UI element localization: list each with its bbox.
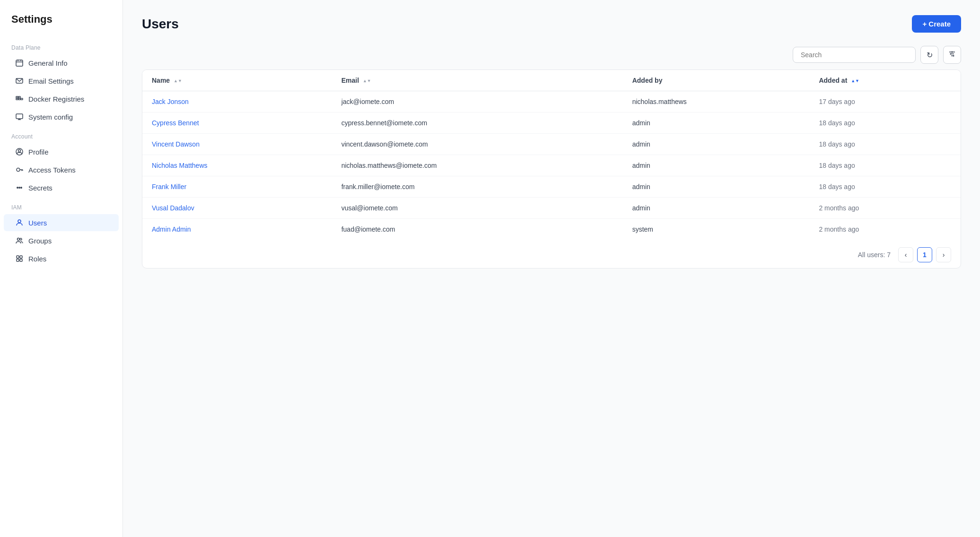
sidebar-item-access-tokens[interactable]: Access Tokens [4,161,119,178]
create-button[interactable]: + Create [912,15,961,33]
sidebar-item-general-info[interactable]: General Info [4,54,119,71]
column-added-by: Added by [623,70,810,91]
table-row: Jack Jonson jack@iomete.com nicholas.mat… [142,91,961,113]
users-table: Name ▲▼ Email ▲▼ Added by Added at ▲▼ [142,70,961,240]
user-circle-icon [15,147,24,156]
svg-point-15 [17,168,20,172]
svg-point-34 [953,55,954,57]
sort-icons-name: ▲▼ [174,79,182,83]
sidebar-item-roles[interactable]: Roles [4,250,119,267]
monitor-icon [15,113,24,121]
sidebar-item-groups[interactable]: Groups [4,232,119,249]
sidebar-item-profile[interactable]: Profile [4,143,119,160]
user-link[interactable]: Nicholas Matthews [152,162,208,169]
column-email[interactable]: Email ▲▼ [332,70,623,91]
sidebar-item-label: Access Tokens [28,166,76,174]
cell-added-by: nicholas.matthews [623,91,810,113]
svg-point-20 [19,187,20,188]
section-label-account: Account [0,126,122,143]
cell-added-at: 18 days ago [809,155,961,176]
sort-icons-added-at: ▲▼ [851,79,859,83]
cell-name[interactable]: Vusal Dadalov [142,198,332,219]
filter-icon [948,50,956,60]
filter-button[interactable] [943,46,961,64]
svg-rect-10 [16,114,23,119]
column-added-at[interactable]: Added at ▲▼ [809,70,961,91]
cell-email: jack@iomete.com [332,91,623,113]
secrets-icon [15,183,24,192]
user-link[interactable]: Frank Miller [152,183,186,191]
sidebar-item-label: Profile [28,148,49,156]
roles-icon [15,254,24,263]
svg-rect-6 [18,96,20,98]
cell-added-at: 18 days ago [809,176,961,198]
sidebar-item-label: Roles [28,255,46,263]
sidebar-item-users[interactable]: Users [4,214,119,231]
user-link[interactable]: Vusal Dadalov [152,204,194,212]
groups-icon [15,236,24,245]
refresh-icon: ↻ [927,51,933,60]
cell-added-at: 18 days ago [809,113,961,134]
cell-name[interactable]: Frank Miller [142,176,332,198]
cell-name[interactable]: Vincent Dawson [142,134,332,155]
table-toolbar: ↻ [142,46,961,64]
cell-added-at: 17 days ago [809,91,961,113]
cell-added-by: admin [623,198,810,219]
cell-name[interactable]: Admin Admin [142,219,332,240]
sidebar-item-label: Groups [28,237,52,245]
svg-rect-27 [17,259,19,261]
svg-point-23 [18,238,20,241]
user-link[interactable]: Admin Admin [152,225,191,233]
svg-rect-0 [16,60,23,66]
cell-name[interactable]: Jack Jonson [142,91,332,113]
user-link[interactable]: Jack Jonson [152,98,189,105]
sidebar-item-label: Secrets [28,184,52,192]
svg-point-24 [20,238,22,240]
svg-point-22 [18,220,21,223]
section-label-iam: IAM [0,197,122,214]
svg-point-32 [952,52,953,53]
user-link[interactable]: Vincent Dawson [152,140,200,148]
sidebar-item-label: Email Settings [28,77,74,85]
svg-rect-28 [20,259,22,261]
table-row: Vincent Dawson vincent.dawson@iomete.com… [142,134,961,155]
cell-email: vusal@iomete.com [332,198,623,219]
sidebar-item-docker-registries[interactable]: Docker Registries [4,90,119,107]
column-name[interactable]: Name ▲▼ [142,70,332,91]
svg-rect-25 [17,256,19,258]
cell-added-by: admin [623,155,810,176]
pagination-prev[interactable]: ‹ [898,247,913,262]
svg-point-19 [17,187,18,188]
cell-added-by: system [623,219,810,240]
sidebar-item-label: General Info [28,59,68,67]
svg-point-14 [18,150,21,152]
main-content: Users + Create ↻ [123,0,980,537]
mail-icon [15,77,24,85]
table-header-row: Name ▲▼ Email ▲▼ Added by Added at ▲▼ [142,70,961,91]
pagination-page-1[interactable]: 1 [917,247,932,262]
svg-point-33 [950,53,952,55]
refresh-button[interactable]: ↻ [920,46,938,64]
cell-added-at: 2 months ago [809,219,961,240]
user-icon [15,218,24,227]
pagination-total: All users: 7 [858,251,891,259]
cell-name[interactable]: Cypress Bennet [142,113,332,134]
sidebar-item-email-settings[interactable]: Email Settings [4,72,119,89]
sidebar-item-label: Docker Registries [28,95,84,103]
search-input[interactable] [793,47,916,63]
pagination-next[interactable]: › [936,247,951,262]
table-row: Admin Admin fuad@iomete.com system 2 mon… [142,219,961,240]
cell-name[interactable]: Nicholas Matthews [142,155,332,176]
cell-email: fuad@iomete.com [332,219,623,240]
svg-rect-7 [18,98,20,100]
calendar-icon [15,59,24,67]
sidebar-item-label: System config [28,113,73,121]
section-label-data-plane: Data Plane [0,37,122,54]
sidebar-item-system-config[interactable]: System config [4,108,119,125]
sidebar-item-secrets[interactable]: Secrets [4,179,119,196]
cell-added-by: admin [623,176,810,198]
user-link[interactable]: Cypress Bennet [152,119,199,127]
svg-rect-26 [20,256,22,258]
sort-icons-email: ▲▼ [363,79,371,83]
cell-added-by: admin [623,113,810,134]
